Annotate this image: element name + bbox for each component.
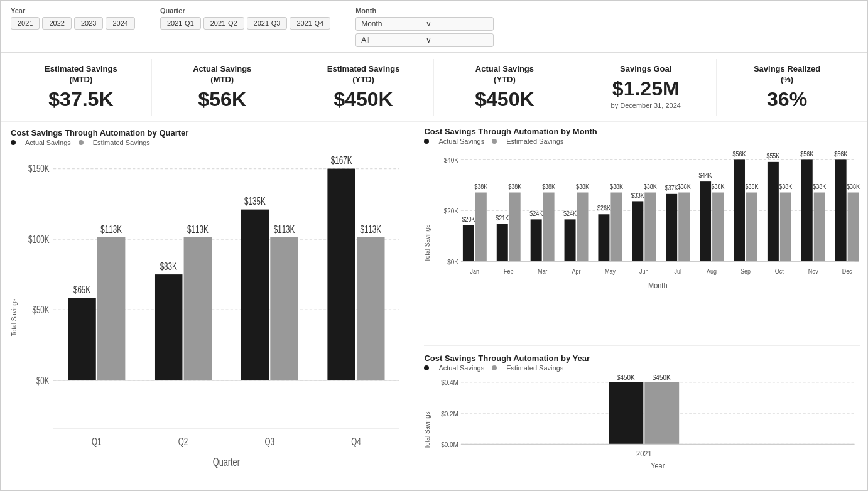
svg-text:$38K: $38K (779, 183, 793, 190)
kpi-savings-realized: Savings Realized(%) 36% (717, 59, 857, 116)
svg-rect-11 (97, 237, 125, 380)
svg-text:Jan: Jan (470, 267, 479, 275)
svg-text:Oct: Oct (775, 267, 784, 275)
kpi-savings-goal-title: Savings Goal (579, 64, 712, 75)
legend-estimated-dot (79, 140, 84, 145)
quarter-btn-q4[interactable]: 2021-Q4 (290, 17, 330, 30)
svg-text:$0.2M: $0.2M (442, 410, 459, 417)
svg-text:$26K: $26K (597, 205, 610, 212)
quarter-btn-q2[interactable]: 2021-Q2 (203, 17, 244, 30)
svg-rect-84 (780, 192, 791, 261)
svg-rect-37 (463, 225, 474, 261)
kpi-savings-goal-sub: by December 31, 2024 (579, 102, 712, 109)
svg-rect-49 (543, 192, 555, 261)
svg-text:$150K: $150K (28, 163, 50, 174)
svg-rect-54 (577, 192, 589, 261)
svg-text:$38K: $38K (509, 183, 522, 190)
svg-rect-9 (68, 298, 95, 380)
quarter-buttons: 2021-Q1 2021-Q2 2021-Q3 2021-Q4 (160, 17, 330, 30)
quarter-filter-group: Quarter 2021-Q1 2021-Q2 2021-Q3 2021-Q4 (160, 7, 330, 30)
chart-quarter-svg: $150K $100K $50K $0K $65K $113K Q1 (20, 150, 406, 484)
svg-text:$40K: $40K (444, 156, 459, 164)
svg-text:$38K: $38K (576, 183, 589, 190)
legend-estimated-year-dot (492, 365, 497, 370)
chart-year-svg: $0.4M $0.2M $0.0M $450K $450K 2021 Year (433, 375, 860, 485)
svg-text:2021: 2021 (636, 450, 651, 458)
svg-text:Year: Year (651, 461, 665, 470)
svg-rect-47 (531, 219, 542, 261)
svg-text:Dec: Dec (842, 267, 852, 275)
svg-rect-26 (357, 237, 384, 380)
svg-text:$450K: $450K (653, 375, 671, 381)
svg-text:Nov: Nov (808, 267, 818, 275)
svg-text:$38K: $38K (847, 183, 860, 190)
chevron-down-icon: ∨ (426, 19, 488, 28)
svg-text:$450K: $450K (617, 375, 635, 381)
svg-rect-19 (241, 209, 269, 380)
year-btn-2023[interactable]: 2023 (74, 17, 103, 30)
year-btn-2024[interactable]: 2024 (106, 17, 134, 30)
legend-estimated-year-label: Estimated Savings (506, 364, 563, 372)
legend-actual-month-dot (424, 139, 429, 144)
svg-text:$113K: $113K (187, 223, 209, 234)
svg-text:$65K: $65K (73, 284, 91, 295)
svg-text:Jul: Jul (675, 267, 681, 275)
svg-text:$113K: $113K (100, 223, 122, 234)
chart-year-title: Cost Savings Through Automation by Year (424, 353, 860, 363)
chart-divider (424, 345, 860, 346)
kpi-estimated-ytd-title: Estimated Savings(YTD) (297, 64, 430, 85)
svg-text:$56K: $56K (733, 150, 746, 158)
quarter-btn-q1[interactable]: 2021-Q1 (160, 17, 201, 30)
chart-quarter-legend: Actual Savings Estimated Savings (11, 139, 406, 146)
chart-month-container: Total Savings $40K $20K $0K $20K (424, 149, 860, 338)
kpi-estimated-mtd: Estimated Savings(MTD) $37.5K (11, 59, 152, 116)
year-btn-2021[interactable]: 2021 (11, 17, 40, 30)
year-btn-2022[interactable]: 2022 (42, 17, 71, 30)
svg-text:$44K: $44K (699, 171, 712, 179)
svg-text:$24K: $24K (530, 210, 543, 217)
kpi-actual-mtd-value: $56K (156, 88, 289, 111)
svg-rect-24 (327, 168, 355, 380)
svg-rect-82 (768, 162, 779, 262)
month-dropdown-all[interactable]: All ∨ (355, 33, 494, 47)
svg-rect-94 (848, 192, 859, 261)
svg-rect-39 (475, 192, 487, 261)
svg-text:$135K: $135K (244, 195, 266, 207)
legend-estimated-label: Estimated Savings (93, 139, 150, 146)
svg-rect-87 (801, 159, 813, 261)
chart-quarter-panel: Cost Savings Through Automation by Quart… (1, 122, 416, 490)
svg-text:$0K: $0K (448, 257, 459, 266)
year-filter-group: Year 2021 2022 2023 2024 (11, 7, 135, 30)
kpi-estimated-mtd-title: Estimated Savings(MTD) (14, 64, 148, 85)
kpi-actual-ytd: Actual Savings(YTD) $450K (434, 59, 575, 116)
svg-rect-42 (497, 224, 508, 261)
kpi-actual-mtd: Actual Savings(MTD) $56K (152, 59, 293, 116)
year-label: Year (11, 7, 135, 14)
month-dropdown-top[interactable]: Month ∨ (355, 17, 494, 31)
svg-text:$38K: $38K (712, 183, 725, 190)
kpi-estimated-ytd: Estimated Savings(YTD) $450K (293, 59, 435, 116)
svg-text:$113K: $113K (274, 223, 295, 234)
chart-year-legend: Actual Savings Estimated Savings (424, 364, 860, 372)
svg-text:$20K: $20K (444, 207, 459, 215)
legend-actual-year-label: Actual Savings (438, 364, 484, 372)
kpi-estimated-ytd-value: $450K (297, 88, 430, 111)
svg-rect-21 (270, 237, 298, 380)
svg-text:Q1: Q1 (92, 436, 102, 447)
chart-quarter-title: Cost Savings Through Automation by Quart… (11, 128, 406, 138)
svg-text:$38K: $38K (678, 183, 691, 190)
svg-rect-105 (609, 382, 644, 444)
svg-text:Apr: Apr (572, 267, 582, 275)
kpi-actual-ytd-value: $450K (438, 88, 571, 111)
svg-text:$0K: $0K (36, 374, 50, 386)
dashboard: Year 2021 2022 2023 2024 Quarter 2021-Q1… (0, 0, 868, 491)
legend-estimated-month-label: Estimated Savings (506, 138, 563, 145)
svg-text:$113K: $113K (360, 223, 381, 234)
legend-estimated-month-dot (492, 139, 497, 144)
charts-row: Cost Savings Through Automation by Quart… (1, 122, 867, 490)
svg-rect-57 (599, 214, 610, 261)
quarter-btn-q3[interactable]: 2021-Q3 (247, 17, 288, 30)
svg-rect-107 (645, 382, 680, 444)
svg-text:$24K: $24K (563, 210, 577, 217)
svg-rect-62 (632, 201, 644, 261)
